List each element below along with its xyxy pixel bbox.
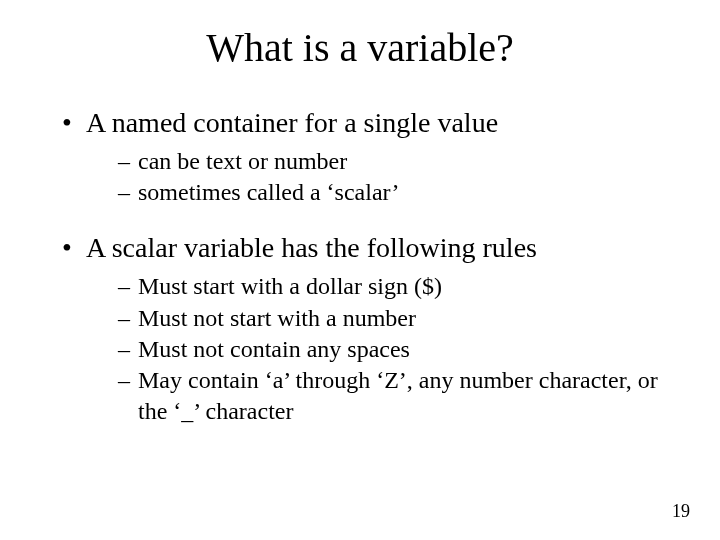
sub-bullet-item: sometimes called a ‘scalar’ <box>118 177 680 208</box>
sub-bullet-item: May contain ‘a’ through ‘Z’, any number … <box>118 365 680 427</box>
sub-bullet-text: Must not contain any spaces <box>138 336 410 362</box>
sub-bullet-text: Must not start with a number <box>138 305 416 331</box>
sub-bullet-list: can be text or number sometimes called a… <box>86 146 680 208</box>
sub-bullet-text: can be text or number <box>138 148 347 174</box>
bullet-list: A named container for a single value can… <box>40 105 680 427</box>
sub-bullet-item: can be text or number <box>118 146 680 177</box>
sub-bullet-item: Must not contain any spaces <box>118 334 680 365</box>
sub-bullet-text: May contain ‘a’ through ‘Z’, any number … <box>138 367 658 424</box>
sub-bullet-text: Must start with a dollar sign ($) <box>138 273 442 299</box>
bullet-text: A scalar variable has the following rule… <box>86 232 537 263</box>
bullet-item: A named container for a single value can… <box>62 105 680 208</box>
sub-bullet-item: Must start with a dollar sign ($) <box>118 271 680 302</box>
sub-bullet-text: sometimes called a ‘scalar’ <box>138 179 399 205</box>
slide: What is a variable? A named container fo… <box>0 0 720 540</box>
slide-title: What is a variable? <box>40 24 680 71</box>
sub-bullet-list: Must start with a dollar sign ($) Must n… <box>86 271 680 427</box>
page-number: 19 <box>672 501 690 522</box>
bullet-item: A scalar variable has the following rule… <box>62 230 680 427</box>
sub-bullet-item: Must not start with a number <box>118 303 680 334</box>
bullet-text: A named container for a single value <box>86 107 498 138</box>
